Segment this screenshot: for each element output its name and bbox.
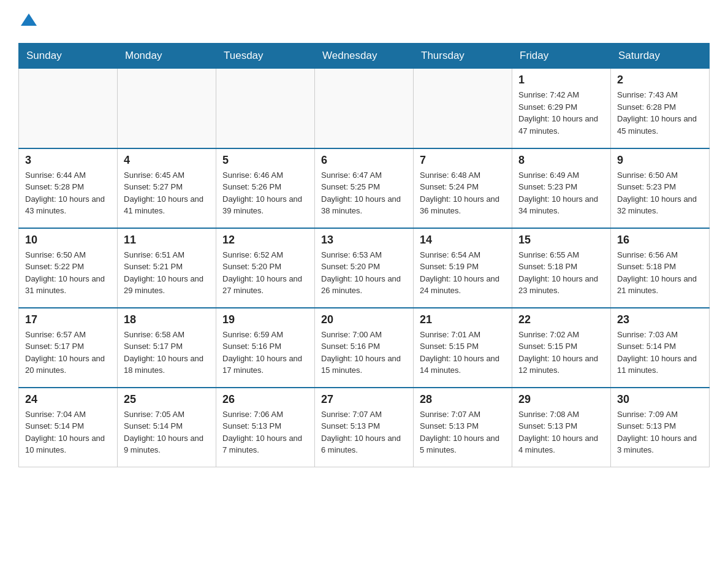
day-number: 3 [25,154,111,167]
day-info: Sunrise: 7:09 AM Sunset: 5:13 PM Dayligh… [617,408,703,456]
calendar-cell: 6Sunrise: 6:47 AM Sunset: 5:25 PM Daylig… [315,148,414,228]
calendar-cell: 26Sunrise: 7:06 AM Sunset: 5:13 PM Dayli… [216,388,315,467]
calendar-cell: 24Sunrise: 7:04 AM Sunset: 5:14 PM Dayli… [19,388,118,467]
calendar-cell: 10Sunrise: 6:50 AM Sunset: 5:22 PM Dayli… [19,228,118,308]
day-of-week-header: Friday [512,44,611,69]
calendar-cell: 29Sunrise: 7:08 AM Sunset: 5:13 PM Dayli… [512,388,611,467]
day-number: 24 [25,393,111,406]
day-info: Sunrise: 6:55 AM Sunset: 5:18 PM Dayligh… [518,249,604,297]
day-number: 27 [321,393,407,406]
calendar: SundayMondayTuesdayWednesdayThursdayFrid… [18,43,710,467]
day-number: 12 [222,234,308,247]
day-info: Sunrise: 6:51 AM Sunset: 5:21 PM Dayligh… [124,249,210,297]
day-number: 16 [617,234,703,247]
calendar-cell [216,69,315,148]
day-of-week-header: Saturday [611,44,710,69]
day-info: Sunrise: 7:05 AM Sunset: 5:14 PM Dayligh… [124,408,210,456]
day-info: Sunrise: 6:47 AM Sunset: 5:25 PM Dayligh… [321,169,407,217]
day-info: Sunrise: 7:07 AM Sunset: 5:13 PM Dayligh… [321,408,407,456]
calendar-cell: 16Sunrise: 6:56 AM Sunset: 5:18 PM Dayli… [611,228,710,308]
day-info: Sunrise: 7:02 AM Sunset: 5:15 PM Dayligh… [518,329,604,377]
day-info: Sunrise: 6:44 AM Sunset: 5:28 PM Dayligh… [25,169,111,217]
day-info: Sunrise: 6:52 AM Sunset: 5:20 PM Dayligh… [222,249,308,297]
calendar-cell: 8Sunrise: 6:49 AM Sunset: 5:23 PM Daylig… [512,148,611,228]
calendar-cell: 3Sunrise: 6:44 AM Sunset: 5:28 PM Daylig… [19,148,118,228]
calendar-cell: 21Sunrise: 7:01 AM Sunset: 5:15 PM Dayli… [414,308,512,388]
day-number: 29 [518,393,604,406]
day-number: 20 [321,313,407,326]
header [18,12,710,31]
calendar-cell: 30Sunrise: 7:09 AM Sunset: 5:13 PM Dayli… [611,388,710,467]
calendar-cell: 11Sunrise: 6:51 AM Sunset: 5:21 PM Dayli… [118,228,216,308]
day-info: Sunrise: 7:43 AM Sunset: 6:28 PM Dayligh… [617,89,703,137]
calendar-cell: 2Sunrise: 7:43 AM Sunset: 6:28 PM Daylig… [611,69,710,148]
calendar-cell: 1Sunrise: 7:42 AM Sunset: 6:29 PM Daylig… [512,69,611,148]
calendar-cell [19,69,118,148]
calendar-cell: 19Sunrise: 6:59 AM Sunset: 5:16 PM Dayli… [216,308,315,388]
day-info: Sunrise: 7:03 AM Sunset: 5:14 PM Dayligh… [617,329,703,377]
day-number: 11 [124,234,210,247]
calendar-cell: 18Sunrise: 6:58 AM Sunset: 5:17 PM Dayli… [118,308,216,388]
calendar-cell: 5Sunrise: 6:46 AM Sunset: 5:26 PM Daylig… [216,148,315,228]
calendar-cell: 28Sunrise: 7:07 AM Sunset: 5:13 PM Dayli… [414,388,512,467]
day-number: 13 [321,234,407,247]
day-info: Sunrise: 6:59 AM Sunset: 5:16 PM Dayligh… [222,329,308,377]
logo-icon [20,12,38,31]
day-info: Sunrise: 6:50 AM Sunset: 5:22 PM Dayligh… [25,249,111,297]
svg-marker-0 [21,13,37,26]
day-info: Sunrise: 6:48 AM Sunset: 5:24 PM Dayligh… [420,169,506,217]
day-number: 17 [25,313,111,326]
day-number: 7 [420,154,506,167]
calendar-cell: 15Sunrise: 6:55 AM Sunset: 5:18 PM Dayli… [512,228,611,308]
calendar-cell: 17Sunrise: 6:57 AM Sunset: 5:17 PM Dayli… [19,308,118,388]
day-info: Sunrise: 6:49 AM Sunset: 5:23 PM Dayligh… [518,169,604,217]
day-number: 5 [222,154,308,167]
calendar-cell: 12Sunrise: 6:52 AM Sunset: 5:20 PM Dayli… [216,228,315,308]
day-info: Sunrise: 6:58 AM Sunset: 5:17 PM Dayligh… [124,329,210,377]
day-of-week-header: Sunday [19,44,118,69]
day-info: Sunrise: 6:50 AM Sunset: 5:23 PM Dayligh… [617,169,703,217]
day-number: 23 [617,313,703,326]
calendar-cell: 13Sunrise: 6:53 AM Sunset: 5:20 PM Dayli… [315,228,414,308]
day-number: 19 [222,313,308,326]
calendar-cell: 20Sunrise: 7:00 AM Sunset: 5:16 PM Dayli… [315,308,414,388]
calendar-cell [414,69,512,148]
day-number: 28 [420,393,506,406]
day-number: 1 [518,74,604,86]
day-number: 14 [420,234,506,247]
day-info: Sunrise: 6:45 AM Sunset: 5:27 PM Dayligh… [124,169,210,217]
day-number: 18 [124,313,210,326]
day-number: 6 [321,154,407,167]
day-info: Sunrise: 7:07 AM Sunset: 5:13 PM Dayligh… [420,408,506,456]
day-info: Sunrise: 6:46 AM Sunset: 5:26 PM Dayligh… [222,169,308,217]
day-info: Sunrise: 6:53 AM Sunset: 5:20 PM Dayligh… [321,249,407,297]
calendar-cell: 4Sunrise: 6:45 AM Sunset: 5:27 PM Daylig… [118,148,216,228]
logo [18,12,39,31]
calendar-cell [315,69,414,148]
calendar-cell: 23Sunrise: 7:03 AM Sunset: 5:14 PM Dayli… [611,308,710,388]
day-of-week-header: Thursday [414,44,512,69]
calendar-cell: 7Sunrise: 6:48 AM Sunset: 5:24 PM Daylig… [414,148,512,228]
day-info: Sunrise: 6:57 AM Sunset: 5:17 PM Dayligh… [25,329,111,377]
calendar-cell [118,69,216,148]
calendar-cell: 14Sunrise: 6:54 AM Sunset: 5:19 PM Dayli… [414,228,512,308]
day-number: 15 [518,234,604,247]
calendar-cell: 27Sunrise: 7:07 AM Sunset: 5:13 PM Dayli… [315,388,414,467]
day-number: 25 [124,393,210,406]
day-info: Sunrise: 7:00 AM Sunset: 5:16 PM Dayligh… [321,329,407,377]
day-number: 8 [518,154,604,167]
day-of-week-header: Monday [118,44,216,69]
day-number: 2 [617,74,703,86]
day-number: 26 [222,393,308,406]
day-info: Sunrise: 7:42 AM Sunset: 6:29 PM Dayligh… [518,89,604,137]
day-info: Sunrise: 7:06 AM Sunset: 5:13 PM Dayligh… [222,408,308,456]
day-info: Sunrise: 6:54 AM Sunset: 5:19 PM Dayligh… [420,249,506,297]
day-number: 22 [518,313,604,326]
day-number: 9 [617,154,703,167]
day-info: Sunrise: 7:01 AM Sunset: 5:15 PM Dayligh… [420,329,506,377]
day-number: 21 [420,313,506,326]
calendar-cell: 25Sunrise: 7:05 AM Sunset: 5:14 PM Dayli… [118,388,216,467]
day-number: 30 [617,393,703,406]
calendar-cell: 22Sunrise: 7:02 AM Sunset: 5:15 PM Dayli… [512,308,611,388]
day-info: Sunrise: 7:04 AM Sunset: 5:14 PM Dayligh… [25,408,111,456]
